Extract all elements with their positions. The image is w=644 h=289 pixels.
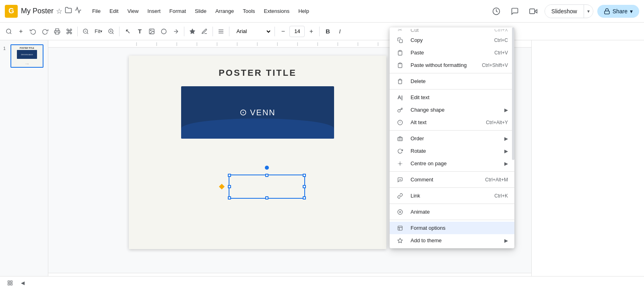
svg-point-4 <box>6 29 11 33</box>
svg-rect-6 <box>56 32 59 34</box>
handle-middle-left[interactable] <box>228 185 231 188</box>
svg-point-33 <box>399 211 401 213</box>
redo-btn[interactable] <box>39 25 51 37</box>
ctx-item-change-shape[interactable]: Change shape ▶ <box>390 104 514 116</box>
handle-top-left[interactable] <box>228 174 231 177</box>
svg-marker-37 <box>398 238 402 243</box>
rotate-label: Rotate <box>411 148 495 154</box>
meet-btn[interactable] <box>526 4 541 19</box>
text-btn[interactable]: T <box>134 25 145 37</box>
context-menu-scrollbar[interactable] <box>512 27 514 248</box>
shape-btn[interactable] <box>158 25 169 37</box>
app-logo: G <box>5 5 18 18</box>
search-btn[interactable] <box>3 25 14 37</box>
thumb-title-text: POSTER TITLE <box>20 47 34 49</box>
align-btn[interactable] <box>215 25 227 37</box>
delete-icon <box>396 79 404 84</box>
paste-no-format-icon <box>396 62 404 68</box>
ctx-item-cut[interactable]: ✂ Cut Ctrl+X <box>390 29 514 34</box>
italic-btn[interactable]: I <box>334 25 345 37</box>
menu-slide[interactable]: Slide <box>191 6 211 17</box>
handle-top-right[interactable] <box>303 174 306 177</box>
slideshow-label[interactable]: Slideshow <box>545 5 584 18</box>
ctx-item-paste-no-format[interactable]: Paste without formatting Ctrl+Shift+V <box>390 59 514 71</box>
folder-icon[interactable] <box>65 6 72 16</box>
handle-bottom-right[interactable] <box>303 196 306 200</box>
cursor-btn[interactable]: ↖ <box>122 25 133 37</box>
fill-color-btn[interactable] <box>187 25 198 37</box>
slideshow-button[interactable]: Slideshow ▾ <box>545 4 593 18</box>
handle-bottom-middle[interactable] <box>265 196 268 200</box>
font-size-input[interactable] <box>289 26 305 37</box>
alt-text-icon <box>396 120 404 125</box>
svg-rect-39 <box>10 281 12 282</box>
menu-arrange[interactable]: Arrange <box>211 6 238 17</box>
font-size-increase-btn[interactable]: + <box>305 25 317 37</box>
ctx-item-format-options[interactable]: Format options <box>390 222 514 234</box>
menu-format[interactable]: Format <box>165 6 190 17</box>
format-options-icon <box>396 225 404 231</box>
fit-btn[interactable]: Fit ▾ <box>92 25 105 37</box>
change-shape-arrow: ▶ <box>504 107 508 113</box>
poster-title: POSTER TITLE <box>129 56 386 78</box>
divider-1 <box>390 73 514 73</box>
ctx-item-alt-text[interactable]: Alt text Ctrl+Alt+Y <box>390 116 514 129</box>
menu-extensions[interactable]: Extensions <box>260 6 294 17</box>
menu-tools[interactable]: Tools <box>239 6 259 17</box>
share-button[interactable]: Share ▾ <box>597 5 639 18</box>
menu-file[interactable]: File <box>88 6 105 17</box>
menu-insert[interactable]: Insert <box>143 6 165 17</box>
sep6 <box>275 27 275 36</box>
sep5 <box>229 27 229 36</box>
print-btn[interactable] <box>52 25 63 37</box>
cloud-save-icon[interactable] <box>74 6 82 16</box>
yellow-handle[interactable] <box>219 184 225 189</box>
ctx-item-order[interactable]: Order ▶ <box>390 132 514 145</box>
menu-help[interactable]: Help <box>294 6 313 17</box>
grid-view-btn[interactable] <box>5 278 15 288</box>
ctx-item-centre-on-page[interactable]: Centre on page ▶ <box>390 157 514 170</box>
svg-rect-34 <box>398 226 402 230</box>
font-size-decrease-btn[interactable]: − <box>277 25 289 37</box>
zoom-minus-btn[interactable] <box>80 25 91 37</box>
ctx-item-animate[interactable]: Animate <box>390 206 514 218</box>
star-icon[interactable]: ☆ <box>56 7 62 16</box>
share-arrow[interactable]: ▾ <box>630 8 633 15</box>
comments-btn[interactable] <box>508 4 522 19</box>
menu-edit[interactable]: Edit <box>105 6 122 17</box>
ctx-item-delete[interactable]: Delete <box>390 75 514 87</box>
sep4 <box>213 27 213 36</box>
zoom-plus-btn[interactable] <box>105 25 117 37</box>
handle-bottom-left[interactable] <box>228 196 231 200</box>
ctx-item-copy[interactable]: Copy Ctrl+C <box>390 34 514 46</box>
pen-btn[interactable] <box>199 25 210 37</box>
version-history-btn[interactable] <box>489 4 504 19</box>
svg-rect-2 <box>530 9 535 14</box>
add-btn[interactable]: + <box>15 25 27 37</box>
selection-box[interactable] <box>229 175 305 199</box>
slideshow-arrow[interactable]: ▾ <box>584 5 593 17</box>
app-bar: G My Poster ☆ File Edit View Insert Form… <box>0 0 644 23</box>
line-btn[interactable] <box>170 25 182 37</box>
svg-point-32 <box>398 210 402 214</box>
svg-rect-38 <box>8 281 10 282</box>
ctx-item-link[interactable]: Link Ctrl+K <box>390 189 514 202</box>
collapse-panel-btn[interactable]: ◀ <box>19 278 27 288</box>
ctx-item-comment[interactable]: Comment Ctrl+Alt+M <box>390 173 514 186</box>
ctx-item-add-to-theme[interactable]: Add to theme ▶ <box>390 234 514 247</box>
slide-thumbnail[interactable]: POSTER TITLE ⊙ VENNGAGE → <box>10 44 43 68</box>
ctx-item-rotate[interactable]: Rotate ▶ <box>390 145 514 157</box>
divider-2 <box>390 89 514 89</box>
font-name-select[interactable]: Arial <box>232 26 272 37</box>
undo-btn[interactable] <box>27 25 39 37</box>
format-paint-btn[interactable] <box>64 25 75 37</box>
svg-rect-22 <box>399 40 402 43</box>
ctx-item-edit-text[interactable]: A| Edit text <box>390 91 514 104</box>
image-btn[interactable] <box>146 25 157 37</box>
bold-btn[interactable]: B <box>322 25 333 37</box>
ctx-item-paste[interactable]: Paste Ctrl+V <box>390 46 514 59</box>
rotation-handle[interactable] <box>265 166 269 170</box>
menu-view[interactable]: View <box>123 6 142 17</box>
handle-middle-right[interactable] <box>303 185 306 188</box>
handle-top-middle[interactable] <box>265 174 268 177</box>
